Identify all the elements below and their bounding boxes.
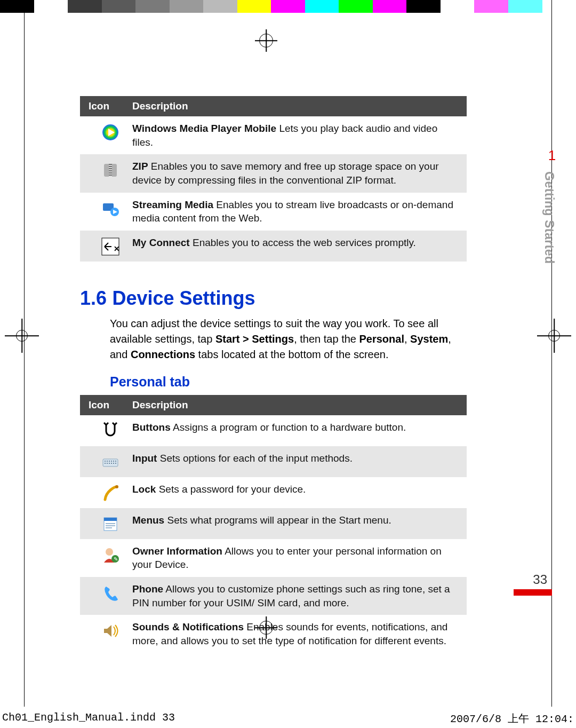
- svg-rect-17: [107, 461, 108, 462]
- menus-icon: [101, 515, 120, 534]
- table-row: Sounds & Notifications Enables sounds fo…: [80, 615, 467, 653]
- row-description: Menus Sets what programs will appear in …: [132, 513, 458, 534]
- section-title: Device Settings: [113, 287, 255, 309]
- row-description: Streaming Media Enables you to stream li…: [132, 198, 458, 225]
- programs-table: Icon Description Windows Media Player Mo…: [80, 96, 467, 262]
- table-row: Input Sets options for each of the input…: [80, 446, 467, 477]
- imposition-footer: Ch01_English_Manual.indd 33 2007/6/8 上午 …: [0, 711, 576, 726]
- buttons-icon: [101, 422, 120, 441]
- streaming-icon: [101, 199, 120, 218]
- page-content: Icon Description Windows Media Player Mo…: [80, 96, 467, 653]
- svg-rect-30: [104, 518, 117, 521]
- crop-line-left: [24, 0, 25, 707]
- svg-rect-33: [106, 527, 112, 528]
- svg-rect-9: [109, 176, 112, 177]
- personal-table: Icon Description Buttons Assigns a progr…: [80, 395, 467, 653]
- svg-rect-4: [109, 165, 112, 166]
- svg-rect-7: [109, 171, 112, 172]
- th-description: Description: [132, 399, 458, 411]
- side-red-marker: [514, 589, 552, 596]
- wmp-icon: [101, 123, 120, 142]
- zip-icon: [101, 161, 120, 180]
- svg-rect-16: [105, 461, 106, 462]
- myconnect-icon: ✕: [101, 237, 120, 256]
- press-color-bar: [0, 0, 576, 13]
- table-row: Windows Media Player Mobile Lets you pla…: [80, 116, 467, 154]
- registration-mark-left: [8, 322, 36, 350]
- th-icon: Icon: [89, 399, 132, 411]
- svg-rect-26: [113, 463, 114, 464]
- row-description: Lock Sets a password for your device.: [132, 482, 458, 503]
- table-row: Buttons Assigns a program or function to…: [80, 415, 467, 446]
- table-row: Menus Sets what programs will appear in …: [80, 508, 467, 539]
- table-row: ✕My Connect Enables you to access the we…: [80, 231, 467, 262]
- svg-point-28: [115, 485, 118, 488]
- svg-rect-31: [106, 523, 115, 524]
- svg-text:✕: ✕: [114, 244, 120, 253]
- page-number: 33: [533, 572, 547, 587]
- chapter-number: 1: [542, 147, 562, 164]
- footer-timestamp: 2007/6/8 上午 12:04:: [450, 711, 574, 726]
- chapter-side-tab: 1 Getting Started: [542, 147, 562, 264]
- svg-rect-8: [109, 173, 112, 175]
- row-description: Phone Allows you to customize phone sett…: [132, 582, 458, 610]
- svg-rect-5: [109, 167, 112, 168]
- svg-rect-20: [113, 461, 114, 462]
- sounds-icon: [101, 621, 120, 640]
- svg-rect-25: [111, 463, 112, 464]
- th-icon: Icon: [89, 100, 132, 112]
- svg-rect-18: [109, 461, 110, 462]
- svg-rect-32: [106, 525, 115, 526]
- table-row: Phone Allows you to customize phone sett…: [80, 577, 467, 615]
- table-header: Icon Description: [80, 395, 467, 415]
- svg-text:✎: ✎: [114, 556, 118, 562]
- svg-point-34: [106, 548, 113, 556]
- svg-rect-24: [109, 463, 110, 464]
- svg-rect-27: [115, 463, 116, 464]
- input-icon: [101, 453, 120, 472]
- table-header: Icon Description: [80, 96, 467, 116]
- lock-icon: [101, 484, 120, 503]
- row-description: Owner Information Allows you to enter yo…: [132, 544, 458, 572]
- registration-mark-right: [540, 322, 568, 350]
- phone-icon: [101, 583, 120, 603]
- svg-marker-37: [104, 625, 111, 637]
- row-description: Sounds & Notifications Enables sounds fo…: [132, 620, 458, 647]
- section-intro: You can adjust the device settings to su…: [110, 316, 467, 362]
- row-description: Buttons Assigns a program or function to…: [132, 421, 458, 441]
- svg-rect-6: [109, 169, 112, 170]
- registration-mark-top: [255, 29, 277, 52]
- subsection-heading: Personal tab: [110, 374, 467, 390]
- section-heading: 1.6 Device Settings: [80, 287, 467, 310]
- crop-line-right: [551, 0, 552, 707]
- row-description: Input Sets options for each of the input…: [132, 452, 458, 472]
- svg-rect-23: [107, 463, 108, 464]
- svg-rect-19: [111, 461, 112, 462]
- owner-icon: ✎: [101, 545, 120, 565]
- table-row: ✎Owner Information Allows you to enter y…: [80, 539, 467, 577]
- table-row: Streaming Media Enables you to stream li…: [80, 193, 467, 231]
- footer-filename: Ch01_English_Manual.indd 33: [2, 711, 175, 726]
- chapter-title: Getting Started: [542, 171, 556, 264]
- svg-rect-22: [105, 463, 106, 464]
- svg-rect-21: [115, 461, 116, 462]
- row-description: Windows Media Player Mobile Lets you pla…: [132, 122, 458, 149]
- row-description: ZIP Enables you to save memory and free …: [132, 160, 458, 187]
- row-description: My Connect Enables you to access the web…: [132, 236, 458, 256]
- th-description: Description: [132, 100, 458, 112]
- table-row: Lock Sets a password for your device.: [80, 477, 467, 508]
- section-number: 1.6: [80, 287, 107, 309]
- table-row: ZIP Enables you to save memory and free …: [80, 154, 467, 192]
